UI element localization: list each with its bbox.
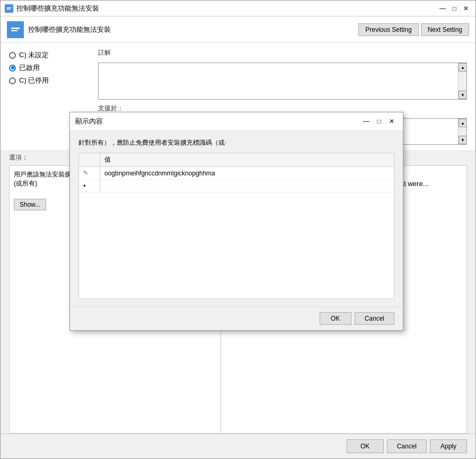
- svg-rect-5: [11, 30, 17, 31]
- radio-label-disabled: C) 已停用: [19, 76, 49, 85]
- next-setting-button[interactable]: Next Setting: [421, 23, 469, 36]
- radio-circle-not-configured: [9, 52, 16, 59]
- show-button[interactable]: Show...: [14, 199, 46, 210]
- td-value-2[interactable]: [100, 180, 394, 192]
- options-label: 選項：: [9, 153, 28, 162]
- modal-title-bar: 顯示內容 — □ ✕: [70, 112, 403, 131]
- td-icon-2: •: [79, 180, 100, 192]
- comment-box: ▲ ▼: [98, 63, 467, 100]
- main-window: 控制哪些擴充功能無法安裝 — □ ✕ 控制哪些擴充功能無法安裝 Previous…: [0, 0, 476, 459]
- comment-label: 註解: [98, 48, 467, 57]
- scroll-down-comment[interactable]: ▼: [459, 91, 467, 99]
- radio-enabled[interactable]: 已啟用: [9, 63, 94, 73]
- title-bar-left: 控制哪些擴充功能無法安裝: [5, 4, 99, 13]
- apply-button[interactable]: Apply: [430, 439, 467, 453]
- td-icon-1: ✎: [79, 167, 100, 179]
- bullet-icon: •: [83, 182, 86, 190]
- modal-ok-button[interactable]: OK: [320, 312, 351, 325]
- cancel-button[interactable]: Cancel: [387, 439, 427, 453]
- modal-content: 針對所有），應防止免費使用者安裝擴充標識碼（或· 值 ✎: [70, 131, 403, 306]
- th-value: 值: [100, 153, 394, 166]
- svg-rect-4: [11, 28, 20, 29]
- scroll-up-comment[interactable]: ▲: [459, 63, 467, 72]
- table-header: 值: [79, 153, 394, 167]
- radio-label-enabled: 已啟用: [19, 63, 40, 73]
- scroll-down-support[interactable]: ▼: [459, 136, 467, 144]
- minimize-button[interactable]: —: [437, 3, 448, 14]
- header-title: 控制哪些擴充功能無法安裝: [28, 25, 111, 34]
- edit-icon: ✎: [83, 170, 88, 176]
- modal-maximize-button[interactable]: □: [373, 116, 385, 127]
- modal-footer: OK Cancel: [70, 306, 403, 330]
- modal-title: 顯示內容: [75, 117, 103, 126]
- table-input-2[interactable]: [104, 182, 390, 190]
- table-row[interactable]: ✎: [79, 167, 394, 180]
- footer-bar: OK Cancel Apply: [1, 434, 475, 458]
- modal-cancel-button[interactable]: Cancel: [355, 312, 394, 325]
- table-input-1[interactable]: [104, 170, 390, 177]
- radio-label-not-configured: C) 未設定: [19, 50, 49, 60]
- app-icon: [5, 4, 13, 13]
- close-button[interactable]: ✕: [461, 3, 471, 14]
- modal-controls: — □ ✕: [360, 116, 398, 127]
- modal-minimize-button[interactable]: —: [360, 116, 372, 127]
- radio-circle-disabled: [9, 77, 16, 84]
- header-icon: [7, 21, 24, 38]
- svg-rect-3: [9, 23, 22, 36]
- ok-button[interactable]: OK: [347, 439, 384, 453]
- table-row-2[interactable]: •: [79, 180, 394, 192]
- radio-circle-enabled: [9, 65, 16, 72]
- title-controls: — □ ✕: [437, 3, 471, 14]
- svg-rect-1: [7, 7, 11, 8]
- table-empty-area: [79, 192, 394, 298]
- title-bar: 控制哪些擴充功能無法安裝 — □ ✕: [1, 1, 475, 16]
- header-buttons: Previous Setting Next Setting: [358, 23, 469, 36]
- maximize-button[interactable]: □: [449, 3, 460, 14]
- modal-table: 值 ✎: [78, 153, 394, 299]
- comment-textarea[interactable]: [99, 63, 458, 99]
- th-icon: [79, 153, 100, 166]
- scroll-up-support[interactable]: ▲: [459, 119, 467, 127]
- radio-not-configured[interactable]: C) 未設定: [9, 50, 94, 60]
- window-title: 控制哪些擴充功能無法安裝: [16, 4, 99, 13]
- modal-description: 針對所有），應防止免費使用者安裝擴充標識碼（或·: [78, 138, 394, 147]
- modal-close-button[interactable]: ✕: [386, 116, 398, 127]
- radio-disabled[interactable]: C) 已停用: [9, 76, 94, 85]
- modal-dialog: 顯示內容 — □ ✕ 針對所有），應防止免費使用者安裝擴充標識碼（或· 值: [69, 112, 403, 331]
- header-bar: 控制哪些擴充功能無法安裝 Previous Setting Next Setti…: [1, 16, 475, 43]
- header-left: 控制哪些擴充功能無法安裝: [7, 21, 111, 38]
- main-content: C) 未設定 已啟用 C) 已停用 註解 ▲: [1, 43, 475, 434]
- prev-setting-button[interactable]: Previous Setting: [358, 23, 418, 36]
- svg-rect-2: [7, 9, 10, 10]
- td-value-1[interactable]: [100, 167, 394, 179]
